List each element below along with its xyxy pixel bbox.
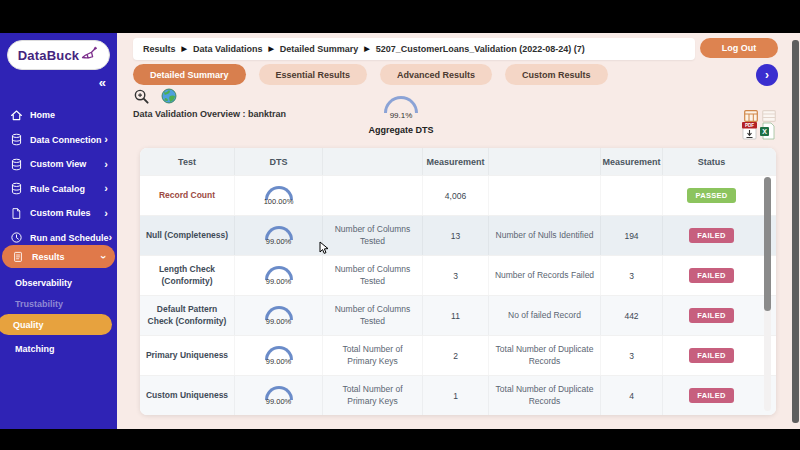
databuck-logo: DataBuck	[7, 40, 110, 70]
tab-essential-results[interactable]: Essential Results	[259, 64, 368, 85]
sidebar-item-label: Data Connection	[30, 135, 104, 145]
sidebar-item-results[interactable]: Results ›	[2, 245, 115, 268]
sidebar-collapse-icon[interactable]: «	[99, 75, 106, 90]
sidebar-subitem-observability[interactable]: Observability	[0, 274, 117, 292]
measurement-2-label: Number of Nulls Identified	[489, 216, 601, 255]
status-badge: PASSED	[687, 188, 735, 203]
zoom-search-icon[interactable]	[133, 88, 150, 109]
sidebar-item-label: Rule Catalog	[30, 184, 104, 194]
tab-custom-results[interactable]: Custom Results	[505, 64, 608, 85]
test-name: Default Pattern Check (Conformity)	[140, 296, 235, 335]
measurement-1-value: 11	[423, 296, 489, 335]
dts-gauge: 99.00%	[235, 216, 323, 255]
sidebar-item-label: Home	[30, 110, 108, 120]
table-row-length-check[interactable]: Length Check (Conformity) 99.00% Number …	[140, 255, 776, 295]
chevron-right-icon: ›	[104, 159, 108, 170]
sidebar-subitem-label: Trustability	[15, 299, 63, 309]
table-row-primary-uniqueness[interactable]: Primary Uniqueness 99.00% Total Number o…	[140, 335, 776, 375]
status-cell: FAILED	[663, 256, 760, 295]
chevron-right-icon: ›	[104, 183, 108, 194]
svg-text:PDF: PDF	[745, 123, 754, 128]
next-page-button[interactable]: ›	[756, 64, 778, 86]
dts-value: 100.00%	[264, 197, 294, 206]
measurement-1-label: Number of Columns Tested	[323, 296, 423, 335]
breadcrumb-item[interactable]: Results	[143, 44, 176, 54]
status-badge: FAILED	[689, 308, 733, 323]
results-table-card: Test DTS Measurement Measurement Status …	[140, 148, 776, 415]
measurement-1-label: Number of Columns Tested	[323, 216, 423, 255]
test-name: Custom Uniqueness	[140, 376, 235, 415]
chevron-down-icon: ›	[98, 255, 110, 259]
clipboard-icon	[11, 250, 25, 264]
chevron-right-icon: ›	[104, 208, 108, 219]
breadcrumb: Results ▶ Data Validations ▶ Detailed Su…	[133, 38, 695, 60]
page-scrollbar-track[interactable]	[792, 33, 799, 429]
status-badge: FAILED	[689, 348, 733, 363]
sidebar-item-label: Custom Rules	[30, 208, 104, 218]
column-header-blank	[323, 148, 423, 175]
sidebar-item-label: Custom View	[30, 159, 104, 169]
dts-value: 99.00%	[266, 237, 291, 246]
tab-detailed-summary[interactable]: Detailed Summary	[133, 64, 246, 85]
tab-advanced-results[interactable]: Advanced Results	[380, 64, 492, 85]
sidebar-subitem-label: Matching	[15, 344, 55, 354]
status-cell: PASSED	[663, 176, 760, 215]
table-row-custom-uniqueness[interactable]: Custom Uniqueness 99.00% Total Number of…	[140, 375, 776, 415]
dts-gauge: 99.00%	[235, 336, 323, 375]
column-header-status: Status	[663, 148, 760, 175]
sidebar-menu: Home Data Connection › Custom View ›	[0, 103, 117, 250]
column-header-dts: DTS	[235, 148, 323, 175]
sidebar-subitem-quality[interactable]: Quality	[0, 314, 112, 335]
excel-export-icon[interactable]: X	[760, 122, 775, 144]
table-scrollbar-thumb[interactable]	[764, 177, 771, 311]
aggregate-gauge-label: Aggregate DTS	[350, 125, 452, 135]
measurement-1-value: 1	[423, 376, 489, 415]
measurement-1-label: Total Number of Primary Keys	[323, 336, 423, 375]
status-badge: FAILED	[689, 228, 733, 243]
test-name: Null (Completeness)	[140, 216, 235, 255]
breadcrumb-item[interactable]: Detailed Summary	[280, 44, 359, 54]
test-name: Length Check (Conformity)	[140, 256, 235, 295]
measurement-2-value: 3	[601, 336, 663, 375]
pdf-export-icon[interactable]: PDF	[742, 122, 757, 144]
dts-value: 99.00%	[266, 317, 291, 326]
overview-label: Data Validation Overview : banktran	[133, 109, 286, 119]
measurement-2-value	[601, 176, 663, 215]
measurement-2-value: 3	[601, 256, 663, 295]
measurement-1-label: Number of Columns Tested	[323, 256, 423, 295]
test-name: Record Count	[140, 176, 235, 215]
sidebar-item-home[interactable]: Home	[0, 103, 117, 128]
breadcrumb-item[interactable]: 5207_CustomerLoans_Validation (2022-08-2…	[376, 44, 585, 54]
breadcrumb-separator-icon: ▶	[182, 45, 187, 53]
chevron-right-icon: ›	[109, 232, 113, 243]
sidebar-item-label: Run and Schedule	[30, 233, 109, 243]
page-scrollbar-thumb[interactable]	[792, 40, 799, 423]
dts-gauge: 100.00%	[235, 176, 323, 215]
globe-icon[interactable]	[161, 88, 177, 108]
dts-value: 99.00%	[266, 397, 291, 406]
column-header-blank	[489, 148, 601, 175]
table-row-default-pattern-check[interactable]: Default Pattern Check (Conformity) 99.00…	[140, 295, 776, 335]
dts-gauge: 99.00%	[235, 256, 323, 295]
database-icon	[9, 157, 23, 171]
column-header-test: Test	[140, 148, 235, 175]
table-row-record-count[interactable]: Record Count 100.00% 4,006 PASSED	[140, 175, 776, 215]
status-badge: FAILED	[689, 388, 733, 403]
sidebar-subitem-label: Observability	[15, 278, 72, 288]
measurement-1-value: 3	[423, 256, 489, 295]
table-header-row: Test DTS Measurement Measurement Status	[140, 148, 776, 175]
table-scrollbar-track[interactable]	[764, 177, 771, 411]
sidebar-item-data-connection[interactable]: Data Connection ›	[0, 128, 117, 153]
measurement-2-value: 194	[601, 216, 663, 255]
sidebar-subitem-matching[interactable]: Matching	[0, 340, 117, 358]
breadcrumb-item[interactable]: Data Validations	[193, 44, 263, 54]
chevron-right-icon: ›	[104, 134, 108, 145]
breadcrumb-separator-icon: ▶	[268, 45, 273, 53]
sidebar-subitem-trustability[interactable]: Trustability	[0, 295, 117, 313]
table-row-null-completeness[interactable]: Null (Completeness) 99.00% Number of Col…	[140, 215, 776, 255]
sidebar-item-rule-catalog[interactable]: Rule Catalog ›	[0, 177, 117, 202]
sidebar-item-custom-rules[interactable]: Custom Rules ›	[0, 201, 117, 226]
logout-button[interactable]: Log Out	[700, 38, 778, 58]
measurement-2-label: No of failed Record	[489, 296, 601, 335]
sidebar-item-custom-view[interactable]: Custom View ›	[0, 152, 117, 177]
